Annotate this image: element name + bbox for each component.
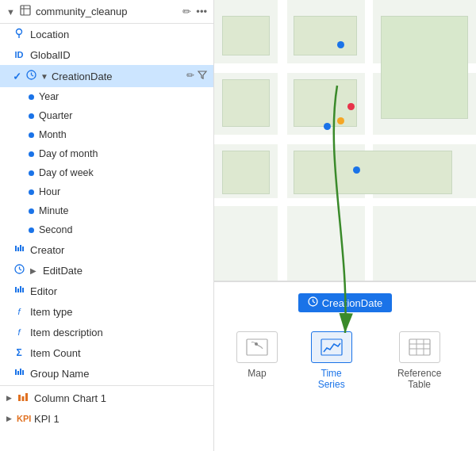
creation-date-group-name: CreationDate <box>52 71 113 82</box>
panel-header: ▼ community_cleanup ✏ ••• <box>0 0 213 24</box>
widget-options-row: Map Time Series <box>214 312 476 404</box>
svg-rect-22 <box>22 370 24 375</box>
itemtype-icon: f <box>13 307 25 316</box>
svg-line-14 <box>19 269 21 271</box>
field-item-itemcount[interactable]: Σ Item Count <box>0 342 213 363</box>
field-item-location[interactable]: Location <box>0 24 213 44</box>
sub-dot-dayofmonth <box>29 151 34 157</box>
collapse-icon[interactable]: ▼ <box>6 7 15 17</box>
itemcount-field-name: Item Count <box>30 347 81 359</box>
right-panel: CreationDate Map <box>214 0 476 451</box>
building-4 <box>222 79 270 127</box>
more-icon[interactable]: ••• <box>196 6 207 17</box>
svg-rect-29 <box>247 339 267 355</box>
sub-item-quarter[interactable]: Quarter <box>0 106 213 125</box>
editor-field-name: Editor <box>30 285 57 297</box>
map-widget-label: Map <box>248 368 266 379</box>
referencetable-widget-label: Reference Table <box>385 368 454 390</box>
sub-item-minute[interactable]: Minute <box>0 201 213 220</box>
sub-dot-year <box>29 94 34 100</box>
edit-icon[interactable]: ✏ <box>182 6 191 17</box>
panel-title: community_cleanup <box>36 6 178 17</box>
field-item-groupname[interactable]: Group Name <box>0 363 213 384</box>
svg-rect-15 <box>15 287 17 292</box>
road-horizontal-3 <box>214 198 476 206</box>
svg-rect-32 <box>409 339 430 355</box>
field-item-globalid[interactable]: ID GlobalID <box>0 44 213 65</box>
creation-date-expand-icon: ▼ <box>40 72 48 81</box>
road-vertical-1 <box>278 0 287 285</box>
badge-clock-icon <box>308 296 318 309</box>
sub-dot-dayofweek <box>29 170 34 176</box>
building-5 <box>381 16 468 119</box>
svg-rect-8 <box>15 246 17 251</box>
itemcount-icon: Σ <box>13 347 25 358</box>
sub-item-dayofmonth[interactable]: Day of month <box>0 144 213 163</box>
columnchart1-name: Column Chart 1 <box>34 392 106 404</box>
sub-dot-quarter <box>29 113 34 119</box>
badge-row: CreationDate <box>214 282 476 312</box>
editdate-expand-tri: ▶ <box>30 266 36 275</box>
kpi1-expand-icon: ▶ <box>6 415 12 422</box>
sub-name-hour: Hour <box>39 186 60 197</box>
header-actions: ✏ ••• <box>182 6 207 17</box>
creator-icon <box>13 244 25 255</box>
editdate-field-name: EditDate <box>43 265 83 277</box>
sub-dot-minute <box>29 208 34 214</box>
map-background <box>214 0 476 285</box>
svg-rect-19 <box>15 369 17 375</box>
widget-option-referencetable[interactable]: Reference Table <box>378 325 460 396</box>
editor-icon <box>13 285 25 296</box>
timeseries-widget-label: Time Series <box>306 368 356 390</box>
svg-rect-0 <box>21 6 30 15</box>
editdate-clock-icon <box>13 264 25 277</box>
map-dot-red <box>347 103 355 110</box>
field-item-editor[interactable]: Editor <box>0 281 213 301</box>
kpi1-icon: KPI <box>17 414 29 423</box>
columnchart1-icon <box>17 392 29 404</box>
creation-date-filter-icon[interactable] <box>198 70 207 82</box>
widget-option-timeseries[interactable]: Time Series <box>300 325 363 396</box>
field-item-creator[interactable]: Creator <box>0 239 213 260</box>
itemdesc-icon: f <box>13 327 25 337</box>
svg-rect-16 <box>17 289 19 292</box>
widget-option-map[interactable]: Map <box>230 325 284 385</box>
svg-rect-23 <box>18 395 21 401</box>
sub-item-year[interactable]: Year <box>0 87 213 106</box>
itemtype-field-name: Item type <box>30 306 72 318</box>
sub-item-second[interactable]: Second <box>0 220 213 239</box>
sub-dot-second <box>29 227 34 233</box>
location-pin-icon <box>13 28 25 41</box>
sub-dot-month <box>29 132 34 138</box>
globalid-field-name: GlobalID <box>30 49 71 61</box>
report-item-columnchart1[interactable]: ▶ Column Chart 1 <box>0 388 213 408</box>
creation-date-edit-icon[interactable]: ✏ <box>186 70 194 82</box>
sub-name-month: Month <box>39 129 67 140</box>
map-dot-blue-3 <box>353 166 360 174</box>
sub-item-dayofweek[interactable]: Day of week <box>0 163 213 182</box>
svg-rect-21 <box>20 369 21 375</box>
sub-name-minute: Minute <box>39 205 69 216</box>
svg-rect-20 <box>17 371 19 375</box>
creation-date-badge: CreationDate <box>298 293 393 312</box>
svg-rect-25 <box>25 393 28 401</box>
map-dot-blue-1 <box>337 41 344 48</box>
sub-item-month[interactable]: Month <box>0 125 213 144</box>
sub-name-dayofweek: Day of week <box>39 167 94 178</box>
building-2 <box>294 79 357 127</box>
check-icon: ✓ <box>13 71 21 82</box>
referencetable-widget-icon <box>399 331 440 363</box>
building-3 <box>222 16 270 55</box>
creation-date-group-header[interactable]: ✓ ▼ CreationDate ✏ <box>0 65 213 87</box>
sub-name-dayofmonth: Day of month <box>39 148 98 159</box>
building-7 <box>222 151 270 194</box>
building-6 <box>294 151 452 194</box>
report-item-kpi1[interactable]: ▶ KPI KPI 1 <box>0 408 213 429</box>
clock-icon <box>26 70 37 82</box>
field-item-editdate[interactable]: ▶ EditDate <box>0 260 213 281</box>
sub-item-hour[interactable]: Hour <box>0 182 213 201</box>
svg-point-30 <box>255 342 258 346</box>
field-item-itemdesc[interactable]: f Item description <box>0 322 213 342</box>
creation-date-group-actions: ✏ <box>186 70 207 82</box>
field-item-itemtype[interactable]: f Item type <box>0 301 213 322</box>
